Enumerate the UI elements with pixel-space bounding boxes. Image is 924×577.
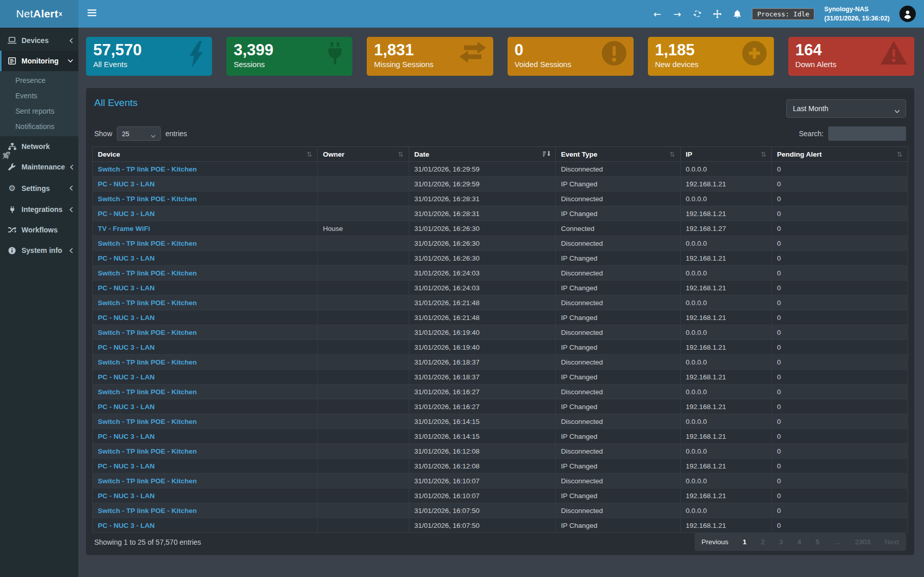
- stat-card[interactable]: 164 Down Alerts: [788, 37, 914, 76]
- page-button[interactable]: Next: [877, 533, 906, 551]
- pending-alert-cell: 0: [772, 340, 908, 355]
- refresh-icon[interactable]: [692, 10, 702, 18]
- device-link[interactable]: Switch - TP link POE - Kitchen: [93, 444, 318, 459]
- owner-cell: [318, 266, 409, 281]
- stat-card[interactable]: 57,570 All Events: [86, 37, 212, 76]
- chevron-left-icon: [69, 207, 73, 212]
- column-header-pending-alert[interactable]: Pending Alert⇅: [772, 147, 908, 162]
- sidebar-item-devices[interactable]: Devices: [0, 30, 78, 51]
- device-link[interactable]: PC - NUC 3 - LAN: [93, 340, 318, 355]
- date-cell: 31/01/2026, 16:14:15: [409, 414, 556, 429]
- device-link[interactable]: Switch - TP link POE - Kitchen: [93, 414, 318, 429]
- brand-logo[interactable]: NetAlertx: [0, 0, 78, 28]
- device-link[interactable]: Switch - TP link POE - Kitchen: [93, 355, 318, 370]
- column-header-date[interactable]: Date: [409, 147, 556, 162]
- date-cell: 31/01/2026, 16:19:40: [409, 325, 556, 340]
- device-link[interactable]: Switch - TP link POE - Kitchen: [93, 503, 318, 518]
- device-link[interactable]: Switch - TP link POE - Kitchen: [93, 384, 318, 399]
- stat-card[interactable]: 1,831 Missing Sessions: [367, 37, 493, 76]
- nav-back-icon[interactable]: ←: [652, 9, 662, 19]
- page-button[interactable]: …: [827, 533, 848, 551]
- table-row: Switch - TP link POE - Kitchen 31/01/202…: [93, 325, 908, 340]
- sidebar-item-maintenance[interactable]: Maintenance: [0, 157, 78, 177]
- page-button[interactable]: 1: [736, 533, 754, 551]
- page-button[interactable]: 2303: [848, 533, 877, 551]
- page-button[interactable]: 4: [790, 533, 809, 551]
- device-link[interactable]: PC - NUC 3 - LAN: [93, 251, 318, 266]
- pending-alert-cell: 0: [772, 281, 908, 295]
- page-button[interactable]: 2: [754, 533, 772, 551]
- owner-cell: [318, 191, 409, 206]
- event-type-cell: IP Changed: [556, 177, 681, 191]
- device-link[interactable]: PC - NUC 3 - LAN: [93, 281, 318, 295]
- device-link[interactable]: Switch - TP link POE - Kitchen: [93, 295, 318, 310]
- device-link[interactable]: PC - NUC 3 - LAN: [93, 177, 318, 191]
- device-link[interactable]: PC - NUC 3 - LAN: [93, 518, 318, 533]
- device-link[interactable]: Switch - TP link POE - Kitchen: [93, 191, 318, 206]
- table-row: Switch - TP link POE - Kitchen 31/01/202…: [93, 191, 908, 206]
- page-length-select[interactable]: 25: [117, 126, 161, 141]
- fullscreen-move-icon[interactable]: [712, 10, 722, 18]
- pending-alert-cell: 0: [772, 503, 908, 518]
- device-link[interactable]: Switch - TP link POE - Kitchen: [93, 325, 318, 340]
- sidebar-item-settings[interactable]: ⚙ Settings: [0, 177, 78, 199]
- device-link[interactable]: PC - NUC 3 - LAN: [93, 310, 318, 325]
- chevron-left-icon: [70, 164, 74, 170]
- device-link[interactable]: PC - NUC 3 - LAN: [93, 370, 318, 384]
- pending-alert-cell: 0: [772, 251, 908, 266]
- stat-card[interactable]: 0 Voided Sessions: [508, 37, 634, 76]
- stat-card[interactable]: 1,185 New devices: [648, 37, 774, 76]
- pending-alert-cell: 0: [772, 162, 908, 177]
- pending-alert-cell: 0: [772, 429, 908, 444]
- device-link[interactable]: TV - Frame WiFi: [93, 221, 318, 236]
- device-link[interactable]: Switch - TP link POE - Kitchen: [93, 236, 318, 251]
- period-select[interactable]: Last Month: [786, 99, 906, 118]
- device-link[interactable]: PC - NUC 3 - LAN: [93, 399, 318, 414]
- event-type-cell: Disconnected: [556, 325, 681, 340]
- monitoring-submenu: Presence Events Sent reports Notificatio…: [0, 71, 78, 136]
- rocket-icon[interactable]: [1, 152, 11, 163]
- sidebar-item-network[interactable]: Network: [0, 136, 78, 157]
- pending-alert-cell: 0: [772, 221, 908, 236]
- device-link[interactable]: PC - NUC 3 - LAN: [93, 488, 318, 503]
- page-button[interactable]: 3: [772, 533, 790, 551]
- exclamation-circle-icon: [602, 41, 626, 68]
- ip-cell: 192.168.1.21: [680, 310, 771, 325]
- device-link[interactable]: PC - NUC 3 - LAN: [93, 459, 318, 474]
- process-status-badge: Process: Idle: [752, 8, 814, 20]
- sidebar-item-workflows[interactable]: Workflows: [0, 220, 78, 240]
- nav-forward-icon[interactable]: →: [672, 9, 682, 19]
- event-type-cell: IP Changed: [556, 459, 681, 474]
- column-header-event-type[interactable]: Event Type⇅: [556, 147, 681, 162]
- device-link[interactable]: PC - NUC 3 - LAN: [93, 429, 318, 444]
- user-avatar[interactable]: [899, 6, 916, 22]
- sidebar-item-sent-reports[interactable]: Sent reports: [0, 103, 78, 119]
- sidebar-item-presence[interactable]: Presence: [0, 73, 78, 88]
- column-header-device[interactable]: Device⇅: [93, 147, 318, 162]
- bell-icon[interactable]: [732, 10, 742, 18]
- page-button[interactable]: 5: [808, 533, 827, 551]
- device-link[interactable]: Switch - TP link POE - Kitchen: [93, 474, 318, 488]
- event-type-cell: Disconnected: [556, 162, 681, 177]
- sidebar-item-monitoring[interactable]: Monitoring: [0, 51, 78, 71]
- page-button[interactable]: Previous: [695, 533, 736, 551]
- column-header-ip[interactable]: IP⇅: [680, 147, 771, 162]
- sidebar-item-events[interactable]: Events: [0, 88, 78, 103]
- stat-card[interactable]: 3,399 Sessions: [226, 37, 352, 76]
- column-header-owner[interactable]: Owner⇅: [318, 147, 409, 162]
- sidebar-item-notifications[interactable]: Notifications: [0, 119, 78, 134]
- sidebar-item-system-info[interactable]: System info: [0, 240, 78, 261]
- ip-cell: 192.168.1.21: [680, 518, 771, 533]
- owner-cell: [318, 340, 409, 355]
- search-input[interactable]: [828, 126, 906, 141]
- events-table: Device⇅ Owner⇅ Date Event Type⇅ IP⇅ Pend…: [92, 146, 908, 533]
- device-link[interactable]: Switch - TP link POE - Kitchen: [93, 266, 318, 281]
- device-link[interactable]: PC - NUC 3 - LAN: [93, 206, 318, 221]
- search-label: Search:: [799, 130, 824, 138]
- table-row: Switch - TP link POE - Kitchen 31/01/202…: [93, 266, 908, 281]
- sidebar-item-integrations[interactable]: Integrations: [0, 199, 78, 220]
- sidebar-toggle-button[interactable]: [78, 0, 105, 28]
- date-cell: 31/01/2026, 16:14:15: [409, 429, 556, 444]
- device-link[interactable]: Switch - TP link POE - Kitchen: [93, 162, 318, 177]
- show-label: Show: [94, 130, 112, 138]
